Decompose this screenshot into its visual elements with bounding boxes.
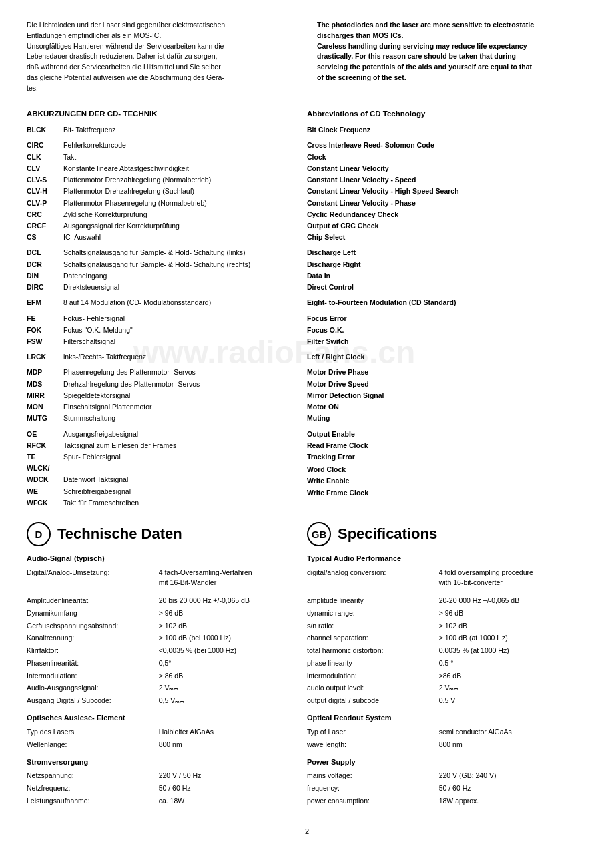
spec-label: Typ of Laser [307,726,439,738]
abbrev-en-def: Focus Error [307,313,587,324]
abbrev-en-def: Output Enable [307,429,587,440]
de-section-title: Technische Daten [57,525,182,543]
de-section-header: D Technische Daten [27,522,307,546]
top-right-content: The photodiodes and the laser are more s… [317,21,534,81]
specs-row: Dynamikumfang> 96 dB [27,607,307,620]
spec-value: > 100 dB (bei 1000 Hz) [159,632,307,645]
en-power-title: Power Supply [307,758,587,766]
abbrev-de-def: 8 auf 14 Modulation (CD- Modulationsstan… [63,297,307,308]
abbrev-en-def: Motor Drive Phase [307,367,587,378]
specs-en-col: GB Specifications Typical Audio Performa… [307,522,587,814]
spec-value: Halbleiter AlGaAs [159,726,307,738]
abbrev-en-def: Output of CRC Check [307,220,587,232]
abbrev-de-def: Drehzahlregelung des Plattenmotor- Servo… [63,379,307,390]
abbrev-de-def: Plattenmotor Phasenregelung (Normalbetri… [63,198,307,209]
spec-label: output digital / subcode [307,695,439,708]
abbrev-term: CLK [27,152,63,163]
abbrev-de-row: CLV-SPlattenmotor Drehzahlregelung (Norm… [27,174,307,186]
abbrev-term: CLV [27,163,63,174]
specs-row: Netzfrequenz:50 / 60 Hz [27,783,307,795]
abbrev-term: FSW [27,336,63,347]
abbrev-en-title: Abbreviations of CD Technology [307,110,587,118]
specs-row: Klirrfaktor:<0,0035 % (bei 1000 Hz) [27,645,307,658]
spec-value: > 100 dB (at 1000 Hz) [439,632,587,645]
de-audio-title: Audio-Signal (typisch) [27,554,307,562]
spec-value: >86 dB [439,670,587,682]
specs-row: total harmonic distortion:0.0035 % (at 1… [307,645,587,658]
abbrev-en-row: Constant Linear Velocity [307,163,587,174]
specs-row: Ausgang Digital / Subcode:0,5 Vₘₘ [27,695,307,708]
abbrev-en-def: Chip Select [307,232,587,243]
abbrev-de-def: Taktsignal zum Einlesen der Frames [63,440,307,451]
abbrev-de-row: WLCK/ [27,463,307,474]
spec-value: 2 Vₘₘ [159,682,307,695]
spec-value: 0,5° [159,657,307,670]
spec-label: Klirrfaktor: [27,645,159,658]
spec-label: frequency: [307,783,439,795]
abbrev-de-row: FSWFilterschaltsignal [27,336,307,347]
abbrev-en-row: Tracking Error [307,451,587,463]
abbrev-en-row: Discharge Right [307,259,587,270]
spec-label: s/n ratio: [307,620,439,632]
spec-value: > 96 dB [439,607,587,620]
spec-label: Kanaltrennung: [27,632,159,645]
abbrev-de-def: Zyklische Korrekturprüfung [63,209,307,220]
abbrev-term: MON [27,401,63,413]
abbrev-term: BLCK [27,124,63,136]
abbrev-term: EFM [27,297,63,308]
abbrev-en-col: Abbreviations of CD Technology Bit Clock… [307,110,587,509]
spec-label: amplitude linearity [307,595,439,608]
en-section-header: GB Specifications [307,522,587,546]
abbrev-term: FOK [27,324,63,336]
en-audio-title: Typical Audio Performance [307,554,587,562]
abbrev-en-row: Focus Error [307,313,587,324]
abbrev-de-row: DCLSchaltsignalausgang für Sample- & Hol… [27,247,307,258]
en-audio-table: digital/analog conversion:4 fold oversam… [307,566,587,707]
specs-row: channel separation:> 100 dB (at 1000 Hz) [307,632,587,645]
abbrev-de-row: EFM8 auf 14 Modulation (CD- Modulationss… [27,297,307,308]
abbrev-en-row: Cross Interleave Reed- Solomon Code [307,140,587,151]
de-power-subsection: Stromversorgung Netzspannung:220 V / 50 … [27,758,307,807]
abbrev-de-row: CLVKonstante lineare Abtastgeschwindigke… [27,163,307,174]
abbrev-de-row: CSIC- Auswahl [27,232,307,243]
abbrev-de-def: Schaltsignalausgang für Sample- & Hold- … [63,247,307,258]
abbrev-term: RFCK [27,440,63,451]
abbrev-de-row: MONEinschaltsignal Plattenmotor [27,401,307,413]
specs-de-col: D Technische Daten Audio-Signal (typisch… [27,522,307,814]
abbrev-en-def: Direct Control [307,282,587,293]
spec-label: Typ des Lasers [27,726,159,738]
abbrev-en-def: Left / Right Clock [307,351,587,363]
abbrev-en-row: Constant Linear Velocity - Speed [307,174,587,186]
de-power-table: Netzspannung:220 V / 50 HzNetzfrequenz:5… [27,770,307,807]
en-optical-table: Typ of Lasersemi conductor AlGaAswave le… [307,726,587,751]
abbrev-en-row: Cyclic Redundancey Check [307,209,587,220]
abbrev-en-row: Write Enable [307,475,587,487]
spec-label: Geräuschspannungsabstand: [27,620,159,632]
spec-label: mains voltage: [307,770,439,783]
specs-row: Kanaltrennung:> 100 dB (bei 1000 Hz) [27,632,307,645]
en-optical-title: Optical Readout System [307,714,587,722]
top-left-content: Die Lichtdioden und der Laser sind gegen… [27,21,225,92]
abbrev-en-def: Bit Clock Frequenz [307,124,587,136]
spec-value: 50 / 60 Hz [159,783,307,795]
abbrev-en-def: Constant Linear Velocity - Speed [307,174,587,186]
specs-row: Intermodulation:> 86 dB [27,670,307,682]
abbrev-en-row: Eight- to-Fourteen Modulation (CD Standa… [307,297,587,308]
specs-row: output digital / subcode0.5 V [307,695,587,708]
abbrev-de-row: RFCKTaktsignal zum Einlesen der Frames [27,440,307,451]
specs-row: audio output level:2 Vₘₘ [307,682,587,695]
abbrev-en-row: Read Frame Clock [307,440,587,451]
de-audio-subsection: Audio-Signal (typisch) Digital/Analog-Um… [27,554,307,707]
abbreviations-section: ABKÜRZUNGEN DER CD- TECHNIK BLCKBit- Tak… [27,110,587,509]
abbrev-de-col: ABKÜRZUNGEN DER CD- TECHNIK BLCKBit- Tak… [27,110,307,509]
spec-value: > 102 dB [439,620,587,632]
specs-row: Typ des LasersHalbleiter AlGaAs [27,726,307,738]
abbrev-term: CLV-S [27,174,63,186]
abbrev-term: DIN [27,270,63,282]
abbrev-en-def: Tracking Error [307,451,587,463]
spec-value: 0.5 ° [439,657,587,670]
abbrev-en-def: Discharge Left [307,247,587,258]
abbrev-de-def: IC- Auswahl [63,232,307,243]
specs-row: Geräuschspannungsabstand:> 102 dB [27,620,307,632]
abbrev-de-row: WESchreibfreigabesignal [27,486,307,497]
